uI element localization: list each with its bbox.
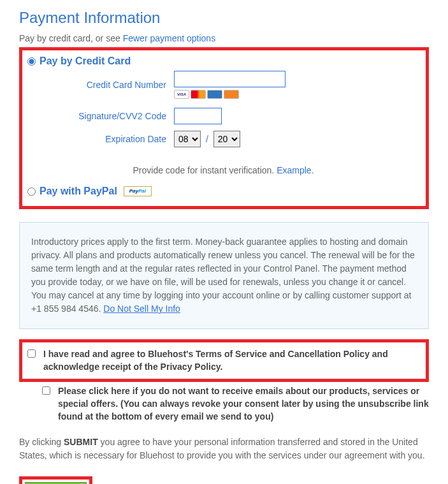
subline-text: Pay by credit card, or see xyxy=(19,33,123,43)
exp-separator: / xyxy=(206,134,208,144)
agree-p4: . xyxy=(220,362,223,372)
submit-highlight: submit xyxy=(19,476,92,484)
cvv-input[interactable] xyxy=(174,108,222,124)
agree-p1: I have read and agree to Bluehost's xyxy=(43,349,196,359)
exp-month-select[interactable]: 08 xyxy=(174,131,201,147)
verify-line: Provide code for instant verification. E… xyxy=(27,165,419,175)
discover-icon xyxy=(224,90,239,99)
visa-icon: VISA xyxy=(174,90,189,99)
card-brand-icons: VISA xyxy=(174,90,419,99)
payment-methods-box: Pay by Credit Card Credit Card Number VI… xyxy=(19,47,429,209)
cc-number-label: Credit Card Number xyxy=(27,80,174,90)
mastercard-icon xyxy=(191,90,206,99)
fewer-options-link[interactable]: Fewer payment options xyxy=(123,33,216,43)
privacy-link[interactable]: Privacy Policy xyxy=(161,362,220,372)
cvv-row: Signature/CVV2 Code xyxy=(27,108,419,124)
pay-paypal-label: Pay with PayPal xyxy=(40,186,117,197)
agree-p2: and xyxy=(267,349,288,359)
cancellation-link[interactable]: Cancellation Policy xyxy=(288,349,370,359)
agree-terms-text: I have read and agree to Bluehost's Term… xyxy=(43,348,421,374)
submit-disclaimer: By clicking SUBMIT you agree to have you… xyxy=(19,436,429,462)
cvv-label: Signature/CVV2 Code xyxy=(27,111,174,121)
verify-prefix: Provide code for instant verification. xyxy=(133,165,277,175)
cc-number-input[interactable] xyxy=(174,71,285,87)
email-opt-row[interactable]: Please click here if you do not want to … xyxy=(19,382,429,426)
verify-example-link[interactable]: Example xyxy=(277,165,311,175)
exp-year-select[interactable]: 20 xyxy=(213,131,240,147)
amex-icon xyxy=(207,90,222,99)
email-opt-text: Please click here if you do not want to … xyxy=(58,385,429,423)
payment-subline: Pay by credit card, or see Fewer payment… xyxy=(19,33,429,43)
page-title: Payment Information xyxy=(19,9,429,27)
info-text: Introductory prices apply to the first t… xyxy=(31,237,415,314)
cc-number-row: Credit Card Number VISA xyxy=(27,71,419,99)
agree-terms-block: I have read and agree to Bluehost's Term… xyxy=(19,339,429,382)
agree-terms-row[interactable]: I have read and agree to Bluehost's Term… xyxy=(27,345,421,376)
agree-terms-checkbox[interactable] xyxy=(27,349,36,358)
footer-bold: SUBMIT xyxy=(64,437,98,447)
pay-credit-radio[interactable] xyxy=(27,57,36,66)
footer-p1: By clicking xyxy=(19,437,64,447)
exp-row: Expiration Date 08 / 20 xyxy=(27,131,419,147)
terms-info-box: Introductory prices apply to the first t… xyxy=(19,222,429,329)
pay-credit-row[interactable]: Pay by Credit Card xyxy=(27,55,419,67)
do-not-sell-link[interactable]: Do Not Sell My Info xyxy=(103,304,180,314)
pay-paypal-row[interactable]: Pay with PayPal PayPal xyxy=(27,186,419,197)
tos-link[interactable]: Terms of Service xyxy=(196,349,267,359)
pay-credit-label: Pay by Credit Card xyxy=(40,55,131,67)
exp-label: Expiration Date xyxy=(27,134,174,144)
email-opt-checkbox[interactable] xyxy=(42,386,50,395)
paypal-icon: PayPal xyxy=(124,186,152,196)
verify-suffix: . xyxy=(312,165,314,175)
pay-paypal-radio[interactable] xyxy=(27,187,36,196)
